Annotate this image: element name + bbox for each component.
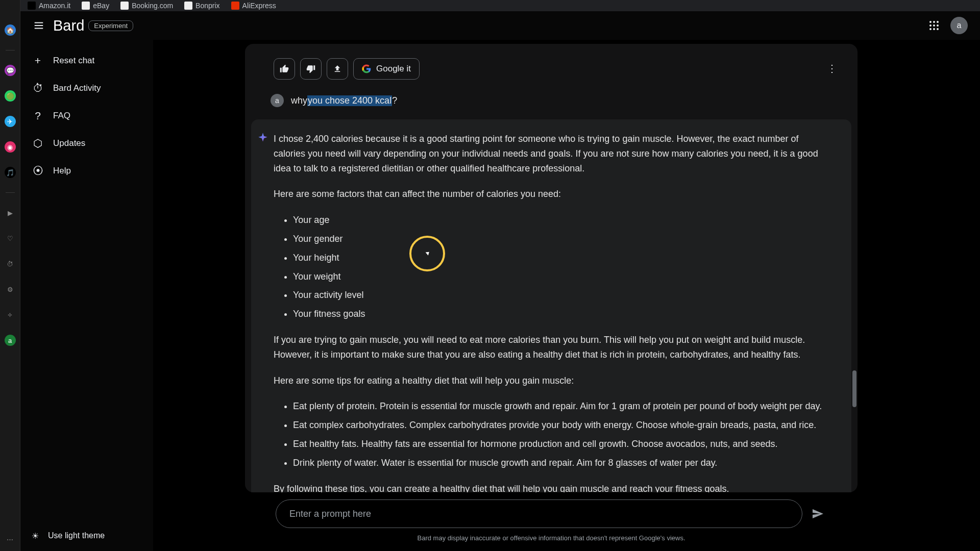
user-icon[interactable]: a xyxy=(5,335,16,346)
nav-item-label: Bard Activity xyxy=(53,83,101,93)
user-message: a why you chose 2400 kcal? xyxy=(245,89,857,119)
clock-icon[interactable]: ⏱ xyxy=(5,258,16,269)
user-text-suffix: ? xyxy=(392,95,397,106)
thumbs-up-icon xyxy=(280,64,289,73)
nav-item-bard-activity[interactable]: ⏱Bard Activity xyxy=(20,74,153,102)
user-text-prefix: why xyxy=(291,95,307,106)
google-it-button[interactable]: Google it xyxy=(353,58,420,80)
bookmark-label: Bonprix xyxy=(195,2,219,10)
list-item: Eat plenty of protein. Protein is essent… xyxy=(293,399,829,414)
user-avatar: a xyxy=(271,94,284,107)
footer-disclaimer: Bard may display inaccurate or offensive… xyxy=(245,531,857,551)
browser-bookmarks: Amazon.iteBayBooking.comBonprixAliExpres… xyxy=(0,0,980,11)
list-item: Drink plenty of water. Water is essentia… xyxy=(293,456,829,470)
send-button[interactable] xyxy=(808,505,827,523)
response-body: I chose 2,400 calories because it is a g… xyxy=(274,132,829,492)
tiktok-icon[interactable]: 🎵 xyxy=(5,167,16,178)
sidebar-divider xyxy=(6,50,15,51)
nav-item-updates[interactable]: ⬡Updates xyxy=(20,130,153,157)
home-icon[interactable]: 🏠 xyxy=(5,24,16,36)
wand-icon[interactable]: ✧ xyxy=(5,309,16,320)
upgrade-icon: ⬡ xyxy=(32,137,44,149)
bookmark-label: AliExpress xyxy=(242,2,276,10)
response-p1: I chose 2,400 calories because it is a g… xyxy=(274,132,829,176)
thumbs-up-button[interactable] xyxy=(274,58,295,80)
user-text-highlighted: you chose 2400 kcal xyxy=(307,95,392,106)
play-icon[interactable]: ▶ xyxy=(5,207,16,218)
nav-item-label: Reset chat xyxy=(53,56,94,66)
messenger-icon[interactable]: 💬 xyxy=(5,65,16,76)
bookmark-icon xyxy=(82,2,90,10)
account-avatar[interactable]: a xyxy=(950,17,968,34)
bookmark-label: Amazon.it xyxy=(39,2,70,10)
instagram-icon[interactable]: ◉ xyxy=(5,141,16,153)
whatsapp-icon[interactable]: 🟢 xyxy=(5,90,16,102)
response-p3: If you are trying to gain muscle, you wi… xyxy=(274,333,829,362)
telegram-icon[interactable]: ✈ xyxy=(5,116,16,127)
prompt-row xyxy=(245,492,857,531)
user-message-text: why you chose 2400 kcal? xyxy=(291,95,397,106)
theme-toggle-label: Use light theme xyxy=(48,531,105,540)
menu-button[interactable] xyxy=(30,16,48,35)
sidebar-divider xyxy=(6,192,15,193)
app-top-bar: Bard Experiment a xyxy=(20,11,980,40)
brand-title: Bard xyxy=(53,17,84,34)
nav-item-reset-chat[interactable]: +Reset chat xyxy=(20,47,153,74)
list-item: Your height xyxy=(293,251,829,265)
bookmark-item[interactable]: Booking.com xyxy=(117,2,176,10)
help-icon: ? xyxy=(32,110,44,122)
list-item: Your activity level xyxy=(293,288,829,303)
list-item: Eat healthy fats. Healthy fats are essen… xyxy=(293,437,829,452)
list-item: Your weight xyxy=(293,269,829,284)
more-options-button[interactable]: ⋮ xyxy=(827,62,837,74)
more-icon[interactable]: ⋯ xyxy=(5,534,16,545)
response-p4: Here are some tips for eating a healthy … xyxy=(274,373,829,388)
browser-side-panel: 🏠💬🟢✈◉🎵▶♡⏱⚙✧a⋯ xyxy=(0,0,20,551)
bookmark-item[interactable]: AliExpress xyxy=(228,2,279,10)
nav-item-help[interactable]: ⦿Help xyxy=(20,157,153,185)
model-response: I chose 2,400 calories because it is a g… xyxy=(251,119,851,492)
bookmark-icon xyxy=(28,2,36,10)
response-actions: Google it ⋮ xyxy=(245,44,857,89)
thumbs-down-button[interactable] xyxy=(300,58,322,80)
google-apps-button[interactable] xyxy=(927,18,941,33)
nav-item-label: Updates xyxy=(53,138,85,148)
thumbs-down-icon xyxy=(306,64,315,73)
bard-spark-icon xyxy=(256,132,270,145)
bookmark-icon xyxy=(184,2,192,10)
list-item: Your age xyxy=(293,213,829,228)
bookmark-item[interactable]: Amazon.it xyxy=(24,2,74,10)
nav-item-faq[interactable]: ?FAQ xyxy=(20,102,153,130)
scrollbar-thumb[interactable] xyxy=(852,370,856,407)
send-icon xyxy=(812,508,824,520)
add-icon: + xyxy=(32,55,44,67)
bookmark-icon xyxy=(231,2,239,10)
response-p5: By following these tips, you can create … xyxy=(274,482,829,492)
bookmark-item[interactable]: eBay xyxy=(79,2,112,10)
left-nav: +Reset chat⏱Bard Activity?FAQ⬡Updates⦿He… xyxy=(20,40,153,551)
factors-list: Your ageYour genderYour heightYour weigh… xyxy=(274,213,829,321)
sun-icon: ☀ xyxy=(32,531,39,541)
bookmark-item[interactable]: Bonprix xyxy=(181,2,223,10)
nav-item-label: FAQ xyxy=(53,111,70,121)
support-icon: ⦿ xyxy=(32,165,44,177)
theme-toggle[interactable]: ☀ Use light theme xyxy=(20,520,153,551)
gear-icon[interactable]: ⚙ xyxy=(5,284,16,295)
activity-icon: ⏱ xyxy=(32,82,44,94)
bookmark-label: eBay xyxy=(93,2,109,10)
google-logo-icon xyxy=(362,64,371,73)
prompt-input[interactable] xyxy=(276,499,802,528)
list-item: Your fitness goals xyxy=(293,307,829,321)
main-content: Google it ⋮ a why you chose 2400 kcal? I… xyxy=(245,44,857,551)
hamburger-icon xyxy=(33,20,44,31)
google-it-label: Google it xyxy=(376,64,411,74)
list-item: Eat complex carbohydrates. Complex carbo… xyxy=(293,418,829,433)
experiment-badge: Experiment xyxy=(88,20,133,31)
conversation-container: Google it ⋮ a why you chose 2400 kcal? I… xyxy=(245,44,857,492)
share-button[interactable] xyxy=(327,58,348,80)
response-p2: Here are some factors that can affect th… xyxy=(274,187,829,202)
list-item: Your gender xyxy=(293,232,829,246)
share-icon xyxy=(333,64,342,73)
nav-item-label: Help xyxy=(53,166,71,176)
heart-icon[interactable]: ♡ xyxy=(5,233,16,244)
